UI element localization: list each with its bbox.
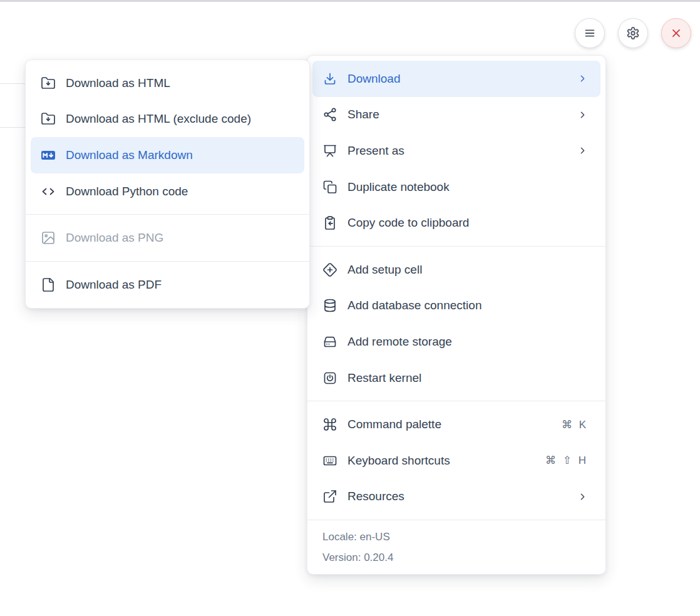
menu-item-label: Download as PDF [66, 278, 292, 292]
menu-item-download[interactable]: Download [312, 61, 600, 97]
image-icon [41, 230, 56, 245]
close-icon [669, 26, 683, 40]
page-edge-line [0, 127, 26, 128]
page-top-border [0, 0, 700, 2]
locale-text: Locale: en-US [322, 526, 590, 547]
menu-item-label: Download as Markdown [66, 148, 292, 162]
menu-item-label: Keyboard shortcuts [347, 454, 545, 468]
hamburger-icon [583, 26, 597, 40]
menu-group: Command palette⌘ KKeyboard shortcuts⌘ ⇧ … [307, 401, 605, 520]
folder-download-icon [41, 111, 56, 126]
menu-item-share[interactable]: Share [312, 97, 600, 133]
download-submenu-panel: Download as HTMLDownload as HTML (exclud… [25, 59, 310, 309]
menu-group: Download as HTMLDownload as HTML (exclud… [26, 60, 309, 214]
menu-item-label: Download as PNG [66, 231, 292, 245]
power-icon [322, 371, 337, 386]
menu-group: Add setup cellAdd database connectionAdd… [307, 247, 605, 401]
menu-item-download-as-pdf[interactable]: Download as PDF [31, 267, 304, 303]
menu-item-add-database-connection[interactable]: Add database connection [312, 288, 600, 324]
menu-item-label: Share [347, 108, 577, 121]
download-icon [322, 71, 337, 86]
share-icon [322, 107, 337, 122]
menu-item-label: Restart kernel [347, 371, 588, 385]
presentation-icon [322, 143, 337, 158]
menu-item-label: Copy code to clipboard [347, 216, 588, 230]
menu-item-label: Add setup cell [347, 263, 588, 277]
menu-group: DownloadSharePresent asDuplicate noteboo… [307, 56, 605, 246]
chevron-right-icon [577, 110, 588, 120]
code-icon [41, 184, 56, 199]
menu-item-keyboard-shortcuts[interactable]: Keyboard shortcuts⌘ ⇧ H [312, 443, 600, 479]
menu-item-download-python-code[interactable]: Download Python code [31, 173, 304, 210]
storage-drive-icon [322, 334, 337, 349]
floating-toolbar [575, 18, 691, 48]
diamond-plus-icon [322, 262, 337, 277]
menu-item-download-as-html-exclude-code[interactable]: Download as HTML (exclude code) [31, 101, 304, 138]
page-edge-line [0, 83, 26, 84]
menu-item-command-palette[interactable]: Command palette⌘ K [312, 406, 600, 443]
file-icon [41, 277, 56, 292]
folder-download-icon [41, 76, 56, 91]
menu-item-label: Download Python code [66, 185, 292, 198]
menu-item-label: Command palette [347, 418, 562, 431]
menu-item-label: Download [347, 72, 577, 86]
shortcut-hint: ⌘ K [562, 418, 588, 431]
menu-item-label: Add database connection [347, 299, 588, 312]
chevron-right-icon [577, 73, 588, 84]
menu-item-download-as-png: Download as PNG [31, 220, 304, 256]
shutdown-button[interactable] [661, 18, 691, 48]
settings-button[interactable] [618, 18, 648, 48]
menu-item-label: Duplicate notebook [347, 180, 588, 194]
menu-item-download-as-markdown[interactable]: Download as Markdown [31, 137, 304, 173]
notebook-menu-panel: DownloadSharePresent asDuplicate noteboo… [307, 55, 606, 575]
menu-item-label: Download as HTML (exclude code) [66, 112, 292, 126]
menu-item-duplicate-notebook[interactable]: Duplicate notebook [312, 169, 600, 205]
menu-item-add-remote-storage[interactable]: Add remote storage [312, 324, 600, 360]
menu-item-label: Resources [347, 490, 577, 503]
menu-group: Download as PNG [26, 215, 309, 261]
notebook-menu-groups: DownloadSharePresent asDuplicate noteboo… [307, 56, 605, 520]
menu-item-restart-kernel[interactable]: Restart kernel [312, 360, 600, 396]
menu-item-label: Present as [347, 144, 577, 158]
chevron-right-icon [577, 145, 588, 156]
keyboard-icon [322, 453, 337, 468]
gear-icon [626, 26, 640, 40]
menu-item-copy-code-to-clipboard[interactable]: Copy code to clipboard [312, 205, 600, 241]
command-icon [322, 417, 337, 432]
database-icon [322, 298, 337, 313]
menu-group: Download as PDF [26, 262, 309, 308]
menu-item-add-setup-cell[interactable]: Add setup cell [312, 252, 600, 288]
menu-item-resources[interactable]: Resources [312, 479, 600, 515]
menu-item-present-as[interactable]: Present as [312, 133, 600, 169]
shortcut-hint: ⌘ ⇧ H [545, 454, 588, 467]
version-text: Version: 0.20.4 [322, 547, 590, 568]
markdown-icon [41, 148, 56, 163]
menu-footer: Locale: en-US Version: 0.20.4 [307, 520, 605, 574]
clipboard-arrow-icon [322, 215, 337, 230]
menu-item-download-as-html[interactable]: Download as HTML [31, 65, 304, 101]
copy-icon [322, 180, 337, 195]
menu-item-label: Download as HTML [66, 76, 292, 90]
external-link-icon [322, 489, 337, 504]
notebook-menu-button[interactable] [575, 18, 605, 48]
menu-item-label: Add remote storage [347, 335, 588, 349]
chevron-right-icon [577, 491, 588, 502]
